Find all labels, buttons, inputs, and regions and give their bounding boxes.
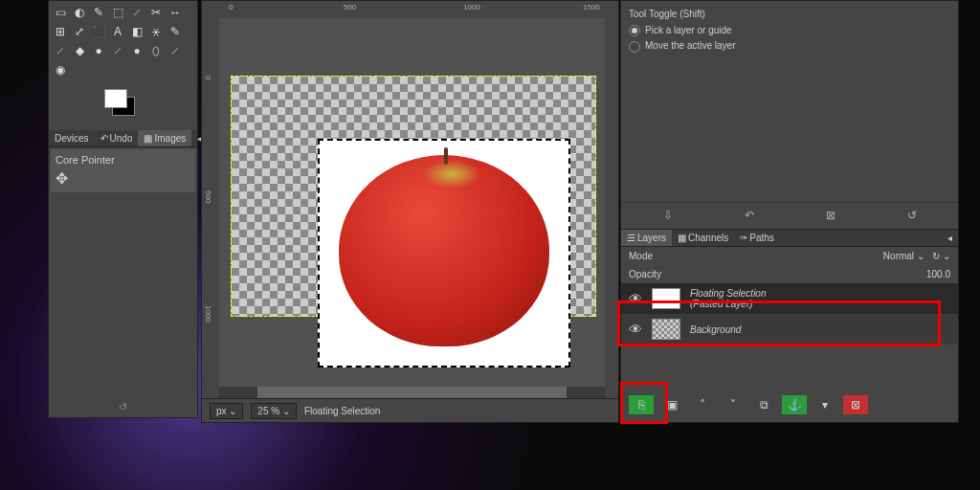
new-group-button[interactable]: ▣ [659, 395, 684, 414]
tab-devices[interactable]: Devices [49, 130, 95, 146]
tool-smudge[interactable]: ⟋ [167, 42, 184, 59]
tab-paths[interactable]: ✑Paths [734, 230, 780, 246]
tool-text[interactable]: A [109, 23, 126, 40]
tool-options: Tool Toggle (Shift) Pick a layer or guid… [621, 1, 958, 60]
duplicate-layer-button[interactable]: ⧉ [751, 395, 776, 414]
zoom-label: 25 % [257, 406, 279, 416]
ruler-mark: 0 [204, 76, 212, 79]
mode-label: Mode [629, 251, 653, 261]
tool-dodge[interactable]: ◉ [52, 61, 69, 78]
tool-fuzzy-select[interactable]: ⬚ [109, 4, 126, 21]
radio-label: Move the active layer [645, 40, 736, 51]
anchor-layer-button[interactable]: ⚓ [782, 395, 807, 414]
apple-image-content [339, 155, 549, 346]
tool-options-buttons: ⇩ ↶ ⊠ ↺ [621, 202, 958, 228]
core-pointer-item[interactable]: Core Pointer ✥ [51, 149, 195, 192]
tool-scale[interactable]: ⬛ [90, 23, 107, 40]
raise-layer-button[interactable]: ˄ [690, 395, 715, 414]
fg-color-swatch[interactable] [104, 89, 127, 108]
radio-pick-layer[interactable] [629, 25, 640, 36]
tool-ellipse-select[interactable]: ◐ [71, 4, 88, 21]
tool-pencil[interactable]: ✎ [167, 23, 184, 40]
visibility-icon[interactable]: 👁 [629, 322, 642, 337]
tab-label: Images [154, 133, 186, 144]
layer-name-text: Floating Selection [690, 288, 767, 299]
mode-row: Mode Normal ⌄ ↻ ⌄ [621, 247, 958, 265]
ruler-vertical: 0 500 1000 [202, 18, 220, 393]
color-swatches[interactable] [104, 89, 143, 122]
tool-crop[interactable]: ✂ [147, 4, 165, 21]
unit-dropdown[interactable]: px ⌄ [210, 403, 243, 419]
tool-paths[interactable]: ⟋ [128, 4, 145, 21]
delete-layer-button[interactable]: ⊠ [843, 395, 868, 414]
toolbox-panel: ▭ ◐ ✎ ⬚ ⟋ ✂ ↔ ⊞ ⤢ ⬛ A ◧ ⚹ ✎ ⟋ ◆ ● ⟋ ● ⬯ … [48, 0, 198, 418]
unit-label: px [216, 406, 227, 416]
reset-icon[interactable]: ↺ [49, 401, 197, 413]
ruler-mark: 500 [344, 3, 356, 11]
tool-brush[interactable]: ⟋ [52, 42, 69, 59]
tool-ink[interactable]: ⟋ [109, 42, 126, 59]
restore-icon[interactable]: ↶ [745, 209, 754, 222]
layer-sub-text: (Pasted Layer) [690, 299, 767, 309]
ruler-mark: 1000 [204, 305, 212, 323]
layers-tabs: ☰Layers ▦Channels ✑Paths ◂ [621, 230, 958, 247]
ruler-mark: 0 [229, 3, 233, 11]
tool-grid: ▭ ◐ ✎ ⬚ ⟋ ✂ ↔ ⊞ ⤢ ⬛ A ◧ ⚹ ✎ ⟋ ◆ ● ⟋ ● ⬯ … [49, 1, 197, 81]
new-layer-button[interactable]: ⎘ [629, 395, 654, 414]
tab-undo[interactable]: ↶Undo [95, 130, 139, 146]
tool-move[interactable]: ↔ [167, 4, 184, 21]
opacity-row: Opacity 100.0 [621, 265, 958, 283]
layer-name: Background [690, 324, 741, 335]
tab-channels[interactable]: ▦Channels [672, 230, 734, 246]
scrollbar-horizontal[interactable] [219, 387, 605, 398]
right-dock: Tool Toggle (Shift) Pick a layer or guid… [620, 0, 959, 423]
layer-name-text: Background [690, 324, 741, 335]
tab-images[interactable]: ▦Images [138, 130, 191, 146]
tool-heal[interactable]: ⬯ [147, 42, 165, 59]
status-bar: px ⌄ 25 % ⌄ Floating Selection [202, 398, 618, 422]
canvas-viewport[interactable] [219, 18, 605, 393]
tool-align[interactable]: ⊞ [52, 23, 69, 40]
merge-down-button[interactable]: ▾ [813, 395, 837, 414]
ruler-horizontal: 0 500 1000 1500 [219, 1, 605, 19]
save-icon[interactable]: ⇩ [663, 209, 673, 222]
dock-tabs: Devices ↶Undo ▦Images ◂ [49, 130, 197, 147]
layer-item-background[interactable]: 👁 Background [621, 314, 958, 345]
tab-menu-icon[interactable]: ◂ [942, 230, 958, 246]
tab-label: Undo [110, 133, 133, 144]
opacity-value[interactable]: 100.0 [926, 269, 950, 279]
tab-label: Paths [749, 233, 774, 243]
layer-list: 👁 Floating Selection (Pasted Layer) 👁 Ba… [621, 283, 958, 345]
tool-eraser[interactable]: ◆ [71, 42, 88, 59]
tool-bucket[interactable]: ◧ [128, 23, 145, 40]
ruler-mark: 500 [204, 190, 212, 203]
layer-thumbnail [652, 319, 680, 340]
reset-icon[interactable]: ↺ [907, 209, 917, 222]
tool-free-select[interactable]: ✎ [90, 4, 107, 21]
canvas-checker [231, 76, 596, 317]
zoom-dropdown[interactable]: 25 % ⌄ [251, 403, 297, 419]
layer-thumbnail [652, 288, 680, 309]
opacity-label: Opacity [629, 269, 661, 279]
tool-clone[interactable]: ● [128, 42, 145, 59]
layer-buttons: ⎘ ▣ ˄ ˅ ⧉ ⚓ ▾ ⊠ [625, 391, 954, 418]
tab-layers[interactable]: ☰Layers [621, 230, 672, 246]
delete-icon[interactable]: ⊠ [826, 209, 835, 222]
tool-rotate[interactable]: ⤢ [71, 23, 88, 40]
tool-options-title: Tool Toggle (Shift) [629, 9, 950, 19]
visibility-icon[interactable]: 👁 [629, 291, 642, 306]
mode-dropdown[interactable]: Normal [883, 251, 914, 261]
layer-item-floating[interactable]: 👁 Floating Selection (Pasted Layer) [621, 283, 958, 314]
ruler-mark: 1000 [463, 3, 480, 11]
tab-label: Layers [637, 233, 666, 243]
status-text: Floating Selection [304, 406, 381, 416]
radio-move-layer[interactable] [629, 41, 640, 53]
tool-gradient[interactable]: ⚹ [147, 23, 165, 40]
layer-name: Floating Selection (Pasted Layer) [690, 288, 767, 309]
tab-label: Channels [688, 233, 728, 243]
tool-airbrush[interactable]: ● [90, 42, 107, 59]
pasted-layer[interactable] [318, 139, 570, 368]
tool-rect-select[interactable]: ▭ [52, 4, 69, 21]
lower-layer-button[interactable]: ˅ [721, 395, 746, 414]
move-icon: ✥ [56, 169, 190, 188]
